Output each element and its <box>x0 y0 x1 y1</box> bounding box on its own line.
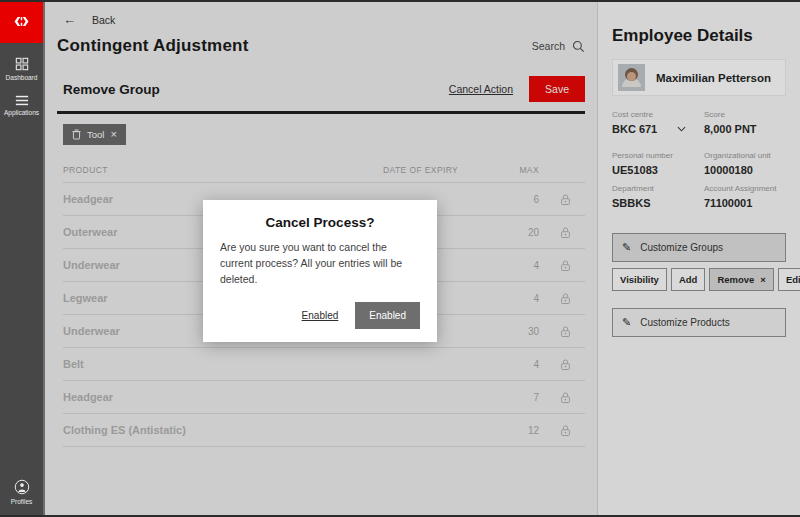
cancel-process-dialog: Cancel Process? Are you sure you want to… <box>203 200 437 342</box>
dialog-primary-button[interactable]: Enabled <box>355 302 420 329</box>
sbb-double-arrow-icon <box>12 17 31 26</box>
window-top-edge <box>0 0 800 2</box>
dialog-title: Cancel Process? <box>220 215 420 230</box>
dialog-secondary-button[interactable]: Enabled <box>302 310 339 321</box>
sidebar-item-label: Profiles <box>11 498 33 505</box>
sbb-logo[interactable] <box>0 0 43 43</box>
profile-circle-icon <box>14 479 30 495</box>
menu-icon <box>15 95 29 106</box>
sidebar-item-dashboard[interactable]: Dashboard <box>0 57 43 81</box>
sidebar-item-applications[interactable]: Applications <box>0 95 43 116</box>
sidebar-item-label: Applications <box>4 109 39 116</box>
dialog-message: Are you sure you want to cancel the curr… <box>220 240 420 287</box>
sidebar-item-label: Dashboard <box>6 74 38 81</box>
sidebar: Dashboard Applications Profiles <box>0 0 43 517</box>
dashboard-grid-icon <box>15 57 29 71</box>
sidebar-item-profiles[interactable]: Profiles <box>0 479 43 505</box>
app-window: Dashboard Applications Profiles ← Back C… <box>0 0 800 517</box>
